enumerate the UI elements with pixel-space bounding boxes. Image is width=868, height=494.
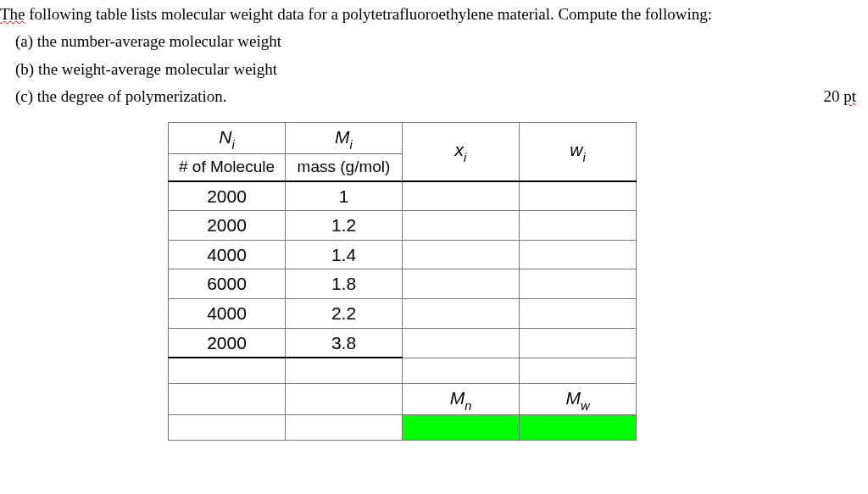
cell-empty — [286, 415, 403, 441]
part-b: (b) the weight-average molecular weight — [0, 57, 860, 82]
cell-x — [403, 181, 520, 211]
mw-label: Mw — [520, 383, 637, 415]
table-row: 2000 1 — [169, 181, 637, 211]
table-row-footer-labels: Mn Mw — [169, 383, 637, 415]
intro-rest: following table lists molecular weight d… — [25, 5, 712, 23]
mw-value-cell — [520, 415, 637, 441]
col1-header-symbol: Ni — [169, 122, 286, 154]
cell-n: 6000 — [169, 269, 286, 299]
mn-label: Mn — [403, 383, 520, 415]
cell-w — [520, 269, 637, 299]
data-table-wrap: Ni Mi xi wi # of Molecule mass (g/mol) 2… — [168, 122, 860, 441]
col2-header-label: mass (g/mol) — [286, 154, 403, 181]
cell-x — [403, 299, 520, 329]
cell-empty — [403, 358, 520, 383]
table-row: 2000 3.8 — [169, 328, 637, 358]
table-row-footer-values — [169, 415, 637, 441]
intro-underlined-word: The — [0, 5, 25, 23]
cell-x — [403, 240, 520, 269]
cell-w — [520, 299, 637, 329]
cell-empty — [169, 415, 286, 441]
cell-m: 1 — [286, 181, 403, 211]
header-row-1: Ni Mi xi wi — [169, 122, 637, 154]
col3-header-symbol: xi — [403, 122, 520, 181]
cell-x — [403, 211, 520, 241]
cell-empty — [169, 358, 286, 383]
cell-m: 1.8 — [286, 269, 403, 299]
cell-empty — [169, 383, 286, 415]
cell-m: 1.2 — [286, 211, 403, 241]
cell-m: 1.4 — [286, 240, 403, 269]
cell-empty — [520, 358, 637, 383]
cell-w — [520, 240, 637, 269]
cell-m: 2.2 — [286, 299, 403, 329]
part-c: (c) the degree of polymerization. — [15, 84, 227, 109]
table-row-spacer — [169, 358, 637, 383]
problem-intro: The following table lists molecular weig… — [0, 2, 860, 27]
mn-value-cell — [403, 415, 520, 441]
table-row: 4000 2.2 — [169, 299, 637, 329]
part-c-row: (c) the degree of polymerization. 20 pt — [0, 84, 860, 109]
points-label: 20 pt — [823, 84, 856, 109]
cell-w — [520, 181, 637, 211]
part-a: (a) the number-average molecular weight — [0, 29, 860, 54]
table-row: 4000 1.4 — [169, 240, 637, 269]
cell-empty — [286, 383, 403, 415]
cell-x — [403, 269, 520, 299]
cell-m: 3.8 — [286, 328, 403, 358]
cell-n: 2000 — [169, 328, 286, 358]
cell-w — [520, 211, 637, 241]
cell-w — [520, 328, 637, 358]
table-row: 2000 1.2 — [169, 211, 637, 241]
cell-x — [403, 328, 520, 358]
cell-n: 2000 — [169, 211, 286, 241]
col2-header-symbol: Mi — [286, 122, 403, 154]
col4-header-symbol: wi — [520, 122, 637, 181]
col1-header-label: # of Molecule — [169, 154, 286, 181]
molecular-weight-table: Ni Mi xi wi # of Molecule mass (g/mol) 2… — [168, 122, 637, 441]
cell-n: 4000 — [169, 299, 286, 329]
cell-n: 2000 — [169, 181, 286, 211]
cell-n: 4000 — [169, 240, 286, 269]
table-row: 6000 1.8 — [169, 269, 637, 299]
cell-empty — [286, 358, 403, 383]
